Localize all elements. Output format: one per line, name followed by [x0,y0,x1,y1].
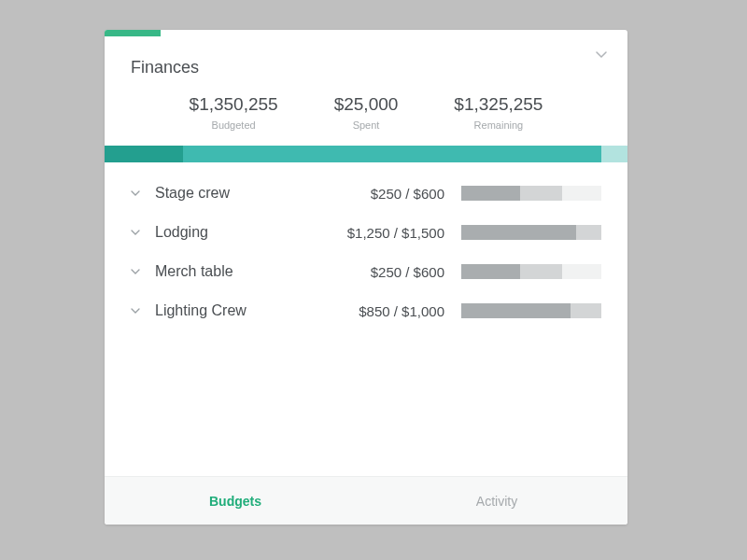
tab-activity[interactable]: Activity [366,477,627,525]
list-item-amount: $250 / $600 [303,264,454,280]
list-item-bar [461,264,601,279]
page-title: Finances [131,58,601,77]
list-item-bar-seg2 [571,303,601,318]
tab-budgets[interactable]: Budgets [105,477,366,525]
progress-strip-seg2 [183,146,601,162]
card-header: Finances $1,350,255 Budgeted $25,000 Spe… [105,30,627,146]
list-item-amount: $250 / $600 [303,186,454,202]
list-item-name: Lodging [155,224,295,241]
list-item-bar-seg2 [520,186,562,201]
summary-remaining: $1,325,255 Remaining [454,94,543,131]
list-item-bar-seg1 [461,186,520,201]
list-item[interactable]: Lighting Crew$850 / $1,000 [131,291,601,330]
summary-remaining-value: $1,325,255 [454,94,543,115]
bottom-tabs: Budgets Activity [105,476,627,525]
summary-remaining-label: Remaining [454,119,543,131]
list-item-bar-seg2 [576,225,601,240]
list-item[interactable]: Lodging$1,250 / $1,500 [131,213,601,252]
list-item-name: Stage crew [155,185,295,202]
list-item-bar-seg1 [461,225,576,240]
progress-strip-seg3 [601,146,627,162]
list-item-amount: $850 / $1,000 [303,303,454,319]
budget-list: Stage crew$250 / $600Lodging$1,250 / $1,… [105,162,627,476]
list-item-bar [461,225,601,240]
summary-budgeted-value: $1,350,255 [190,94,278,115]
progress-strip [105,146,627,162]
chevron-down-icon [131,305,148,316]
list-item-name: Merch table [155,263,295,280]
list-item-bar [461,186,601,201]
list-item[interactable]: Merch table$250 / $600 [131,252,601,291]
chevron-down-icon [131,266,148,277]
chevron-down-icon[interactable] [596,49,607,62]
list-item-name: Lighting Crew [155,302,295,319]
list-item-bar-seg1 [461,303,571,318]
summary-budgeted-label: Budgeted [190,119,278,131]
list-item[interactable]: Stage crew$250 / $600 [131,174,601,213]
summary-budgeted: $1,350,255 Budgeted [190,94,278,131]
finances-card: Finances $1,350,255 Budgeted $25,000 Spe… [105,30,627,525]
chevron-down-icon [131,188,148,199]
progress-strip-seg1 [105,146,183,162]
list-item-bar-seg1 [461,264,520,279]
list-item-bar-seg2 [520,264,562,279]
summary-spent-value: $25,000 [334,94,399,115]
list-item-bar [461,303,601,318]
chevron-down-icon [131,227,148,238]
summary-row: $1,350,255 Budgeted $25,000 Spent $1,325… [131,94,601,131]
summary-spent-label: Spent [334,119,399,131]
summary-spent: $25,000 Spent [334,94,399,131]
list-item-amount: $1,250 / $1,500 [303,225,454,241]
